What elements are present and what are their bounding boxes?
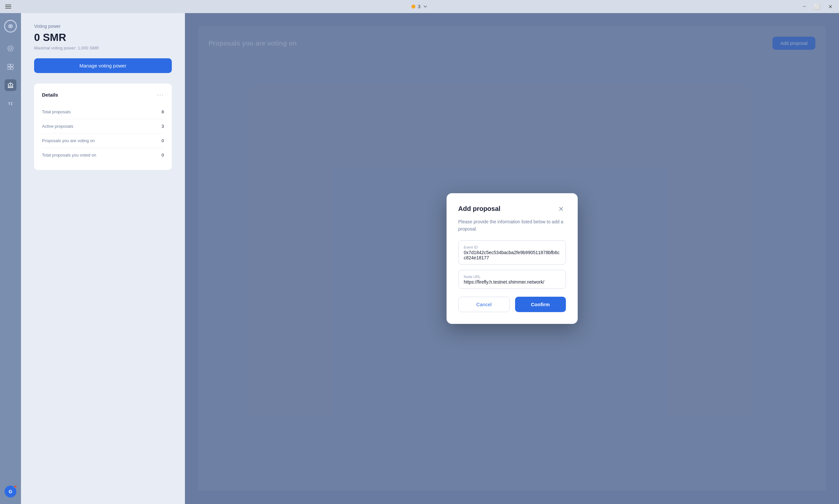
voting-power-amount: 0 SMR [34, 32, 172, 43]
sidebar-item-staking[interactable]: YI [5, 97, 16, 109]
sidebar-item-apps[interactable] [5, 61, 16, 73]
sidebar-item-governance[interactable] [5, 79, 16, 91]
details-section: Details ··· Total proposals 8 Active pro… [34, 84, 172, 170]
detail-label-total-proposals: Total proposals [42, 109, 70, 114]
table-row: Total proposals 8 [42, 105, 164, 119]
svg-point-1 [10, 25, 12, 27]
voting-power-label: Voting power [34, 23, 172, 29]
detail-value-total-proposals: 8 [161, 109, 164, 114]
add-proposal-modal: Add proposal ✕ Please provide the inform… [447, 193, 578, 324]
modal-header: Add proposal ✕ [458, 205, 566, 213]
minimize-button[interactable]: − [802, 3, 807, 10]
titlebar: 3 − ⬜ ✕ [0, 0, 839, 13]
sidebar-bottom: G [5, 486, 16, 498]
svg-rect-5 [8, 67, 10, 69]
svg-rect-6 [11, 67, 13, 69]
avatar-notification-badge [14, 485, 17, 488]
detail-label-active-proposals: Active proposals [42, 124, 73, 129]
avatar-label: G [9, 489, 13, 494]
app-logo [4, 20, 17, 33]
table-row: Active proposals 3 [42, 119, 164, 133]
detail-value-active-proposals: 3 [161, 124, 164, 129]
node-url-field: Node URL https://firefly.h.testnet.shimm… [458, 270, 566, 289]
titlebar-controls: − ⬜ ✕ [802, 3, 834, 11]
modal-actions: Cancel Confirm [458, 297, 566, 312]
event-id-value: 0x7d1842c5ec534bacba2fe9b990511878bfb6cc… [464, 250, 560, 260]
manage-voting-power-button[interactable]: Manage voting power [34, 58, 172, 73]
table-row: Total proposals you voted on 0 [42, 148, 164, 162]
left-panel: Voting power 0 SMR Maximal voting power:… [21, 13, 185, 504]
network-status-dot [411, 4, 415, 8]
chevron-down-icon[interactable] [423, 4, 428, 9]
svg-rect-4 [11, 64, 13, 67]
network-count-label: 3 [418, 4, 421, 9]
right-panel: Proposals you are voting on Add proposal… [185, 13, 839, 504]
content-area: Voting power 0 SMR Maximal voting power:… [21, 13, 839, 504]
sidebar-item-wallet[interactable] [5, 42, 16, 54]
detail-value-total-voted: 0 [161, 152, 164, 158]
modal-title: Add proposal [458, 205, 501, 213]
avatar[interactable]: G [5, 486, 16, 498]
event-id-field: Event ID 0x7d1842c5ec534bacba2fe9b990511… [458, 240, 566, 265]
node-url-label: Node URL [464, 275, 481, 279]
maximize-button[interactable]: ⬜ [812, 3, 822, 11]
cancel-button[interactable]: Cancel [458, 297, 510, 312]
close-button[interactable]: ✕ [827, 3, 834, 11]
voting-power-max: Maximal voting power: 1,000 SMR [34, 46, 172, 50]
svg-rect-3 [8, 64, 10, 67]
table-row: Proposals you are voting on 0 [42, 133, 164, 148]
confirm-button[interactable]: Confirm [515, 297, 566, 312]
svg-text:YI: YI [8, 102, 13, 106]
svg-point-2 [8, 46, 14, 51]
details-title: Details [42, 92, 58, 97]
titlebar-center: 3 [411, 4, 428, 9]
modal-overlay: Add proposal ✕ Please provide the inform… [185, 13, 839, 504]
modal-description: Please provide the information listed be… [458, 218, 566, 233]
event-id-label: Event ID [464, 245, 478, 249]
hamburger-menu-icon[interactable] [5, 4, 11, 8]
sidebar: YI G [0, 13, 21, 504]
node-url-value: https://firefly.h.testnet.shimmer.networ… [464, 280, 560, 285]
details-header: Details ··· [42, 91, 164, 98]
app-container: YI G Voting power 0 SMR Maximal voting p… [0, 13, 839, 504]
detail-label-total-voted: Total proposals you voted on [42, 152, 97, 158]
modal-close-button[interactable]: ✕ [557, 205, 566, 213]
detail-value-voting-proposals: 0 [161, 138, 164, 143]
detail-label-voting-proposals: Proposals you are voting on [42, 138, 95, 143]
details-more-button[interactable]: ··· [157, 91, 164, 98]
titlebar-left [5, 4, 11, 8]
